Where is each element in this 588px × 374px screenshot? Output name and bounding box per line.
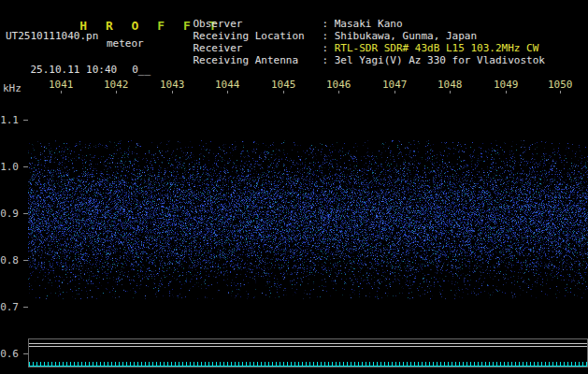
app-window: H R O F F T UT2510111040.pn meteor 25.10… [0,0,588,374]
time-tick-label: 1047 [382,79,408,91]
level-strip [28,338,588,367]
signal-baseline [29,366,587,367]
freq-tick-label: 0.7 [0,301,19,313]
time-tick-label: 1049 [494,79,519,91]
time-tick-label: 1048 [437,79,463,91]
info-label: Receiving Antenna [194,54,323,66]
freq-tick-label: 0.8 [0,254,19,266]
level-line-lower [29,346,587,347]
level-line-upper [29,343,587,344]
info-colon: : [323,54,335,66]
info-value: 3el Yagi(V) Az 330 for Vladivostok [335,54,545,66]
freq-tick-label: 1.0 [0,161,19,173]
noise-canvas [28,140,588,299]
time-tick-label: 1041 [49,79,74,91]
time-tick-label: 1050 [548,79,573,91]
filename-label: UT2510111040.pn [6,30,98,42]
mode-label: meteor [107,37,144,50]
info-row-antenna: Receiving Antenna: 3el Yagi(V) Az 330 fo… [168,42,545,79]
freq-tick-label: 0.6 [0,348,19,360]
time-tick-label: 1043 [160,79,185,91]
time-tick-label: 1045 [271,79,296,91]
freq-tick-label: 0.9 [0,208,19,220]
frequency-unit-label: kHz [3,82,22,94]
time-tick-label: 1046 [326,79,351,91]
freq-tick-label: 1.1 [0,114,19,126]
datetime-label: 25.10.11 10:40 [31,64,118,76]
datetime-row: 25.10.11 10:400__ [6,51,151,88]
time-tick-label: 1042 [104,79,129,91]
counter-label: 0__ [132,64,151,76]
time-tick-label: 1044 [215,79,240,91]
